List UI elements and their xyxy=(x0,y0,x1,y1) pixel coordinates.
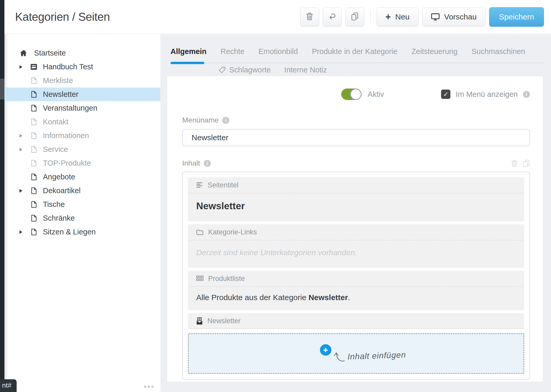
item-label: Merkliste xyxy=(43,76,73,85)
sidebar-item-startseite[interactable]: Startseite xyxy=(4,46,160,60)
info-icon[interactable]: i xyxy=(523,91,530,98)
trash-icon[interactable] xyxy=(511,159,518,167)
sidebar-item-schränke[interactable]: Schränke xyxy=(4,211,160,225)
preview-button[interactable]: Vorschau xyxy=(422,8,486,26)
sidebar-item-tische[interactable]: Tische xyxy=(4,198,160,211)
tab-label: Interne Notiz xyxy=(284,66,327,74)
dropzone-label: Inhalt einfügen xyxy=(347,350,406,362)
info-icon[interactable]: i xyxy=(222,117,229,124)
expand-caret-icon[interactable] xyxy=(19,189,23,193)
tab-allgemein[interactable]: Allgemein xyxy=(170,47,207,56)
save-button[interactable]: Speichern xyxy=(489,7,544,27)
item-label: Sitzen & Liegen xyxy=(43,228,96,236)
tab-label: Schlagworte xyxy=(229,66,271,74)
expand-caret-icon[interactable] xyxy=(19,65,23,69)
item-label: Service xyxy=(43,145,68,154)
duplicate-icon xyxy=(351,12,359,22)
home-icon xyxy=(19,50,27,57)
monitor-icon xyxy=(431,13,440,21)
page-title: Kategorien / Seiten xyxy=(15,10,110,23)
tab-bar-secondary: SchlagworteInterne Notiz xyxy=(219,66,551,74)
tab-zeitsteuerung[interactable]: Zeitsteuerung xyxy=(411,47,457,56)
duplicate-icon[interactable] xyxy=(523,159,530,167)
page-icon xyxy=(30,173,37,180)
item-label: Startseite xyxy=(34,49,66,57)
content-block-seitentitel[interactable]: SeitentitelNewsletter xyxy=(188,177,524,221)
info-icon[interactable]: i xyxy=(204,160,211,167)
tab-produkte-in-der-kategorie[interactable]: Produkte in der Kategorie xyxy=(312,47,397,56)
status-row: Aktiv ✓ Im Menü anzeigen i xyxy=(182,89,530,100)
expand-caret-icon[interactable] xyxy=(19,134,23,138)
content-block-produktliste[interactable]: ProduktlisteAlle Produkte aus der Katego… xyxy=(188,271,524,310)
page-icon xyxy=(30,118,37,125)
checkbox-checked-icon[interactable]: ✓ xyxy=(441,90,450,99)
trash-icon xyxy=(306,12,313,22)
manual-icon xyxy=(30,64,37,70)
newsletter-icon xyxy=(196,317,203,325)
tab-interne-notiz[interactable]: Interne Notiz xyxy=(284,66,327,74)
duplicate-button[interactable] xyxy=(345,8,364,26)
delete-button[interactable] xyxy=(300,8,319,26)
inhalt-actions xyxy=(511,159,530,167)
block-title: Kategorie-Links xyxy=(208,228,257,236)
page-icon xyxy=(30,228,37,235)
block-title: Produktliste xyxy=(208,275,245,283)
sidebar-item-kontakt[interactable]: Kontakt xyxy=(4,115,160,129)
category-tree: Startseite Handbuch Test Merkliste Newsl… xyxy=(4,46,160,239)
handdrawn-arrow-icon xyxy=(333,350,346,364)
sidebar-item-merkliste[interactable]: Merkliste xyxy=(4,74,160,87)
tab-bar-primary: AllgemeinRechteEmotionbildProdukte in de… xyxy=(160,34,551,56)
item-label: Schränke xyxy=(43,214,75,222)
tab-emotionbild[interactable]: Emotionbild xyxy=(258,47,298,56)
folder-icon xyxy=(196,229,204,235)
main-content: AllgemeinRechteEmotionbildProdukte in de… xyxy=(160,34,551,392)
sidebar-resize-handle[interactable] xyxy=(144,386,154,388)
page-icon xyxy=(30,91,37,98)
sidebar-item-service[interactable]: Service xyxy=(4,143,160,156)
tag-icon xyxy=(219,66,226,73)
toolbar: + Neu Vorschau Speichern xyxy=(300,7,544,27)
sidebar-item-informationen[interactable]: Informationen xyxy=(4,129,160,143)
rail-scroll-thumb xyxy=(0,79,4,99)
content-block-kategorie-links[interactable]: Kategorie-LinksDerzeit sind keine Unterk… xyxy=(188,224,524,268)
preview-button-label: Vorschau xyxy=(444,12,477,21)
sidebar-item-dekoartikel[interactable]: Dekoartikel xyxy=(4,184,160,198)
collapsed-nav-rail xyxy=(0,0,4,392)
item-label: Dekoartikel xyxy=(43,186,81,195)
tab-rechte[interactable]: Rechte xyxy=(221,47,245,56)
expand-caret-icon[interactable] xyxy=(19,148,23,151)
menuname-input[interactable] xyxy=(182,129,530,146)
sidebar-item-sitzen-liegen[interactable]: Sitzen & Liegen xyxy=(4,225,160,239)
item-label: Informationen xyxy=(43,131,89,140)
sidebar-item-newsletter[interactable]: Newsletter xyxy=(4,87,160,101)
tab-suchmaschinen[interactable]: Suchmaschinen xyxy=(471,47,525,56)
menuname-field-label: Menüname i xyxy=(182,116,530,124)
inhalt-container: SeitentitelNewsletterKategorie-LinksDerz… xyxy=(182,172,530,380)
page-icon xyxy=(30,132,37,139)
tab-track xyxy=(170,63,543,63)
item-label: Veranstaltungen xyxy=(43,104,97,112)
active-toggle[interactable]: Aktiv xyxy=(341,89,384,100)
app-header: Kategorien / Seiten + Neu Vorschau xyxy=(4,0,551,34)
sidebar-item-veranstaltungen[interactable]: Veranstaltungen xyxy=(4,101,160,115)
block-body: Alle Produkte aus der Kategorie Newslett… xyxy=(188,287,524,310)
toggle-switch[interactable] xyxy=(341,89,362,100)
new-button[interactable]: + Neu xyxy=(377,8,418,26)
content-block-newsletter[interactable]: Newsletter xyxy=(188,313,524,329)
page-icon xyxy=(30,215,37,222)
add-content-button[interactable]: + xyxy=(320,344,331,356)
expand-caret-icon[interactable] xyxy=(19,230,23,234)
text-lines-icon xyxy=(196,182,203,188)
sidebar-item-handbuch-test[interactable]: Handbuch Test xyxy=(4,60,160,74)
block-header: Produktliste xyxy=(188,271,524,287)
tab-schlagworte[interactable]: Schlagworte xyxy=(219,66,271,74)
undo-icon xyxy=(328,12,336,21)
block-body: Derzeit sind keine Unterkategorien vorha… xyxy=(188,240,524,268)
block-title: Newsletter xyxy=(207,317,241,325)
sidebar-item-angebote[interactable]: Angebote xyxy=(4,170,160,184)
sidebar-item-top-produkte[interactable]: TOP-Produkte xyxy=(4,156,160,170)
item-label: Newsletter xyxy=(43,90,78,99)
undo-button[interactable] xyxy=(323,8,342,26)
show-in-menu-label: Im Menü anzeigen xyxy=(456,90,518,99)
content-dropzone[interactable]: + Inhalt einfügen xyxy=(188,333,524,374)
